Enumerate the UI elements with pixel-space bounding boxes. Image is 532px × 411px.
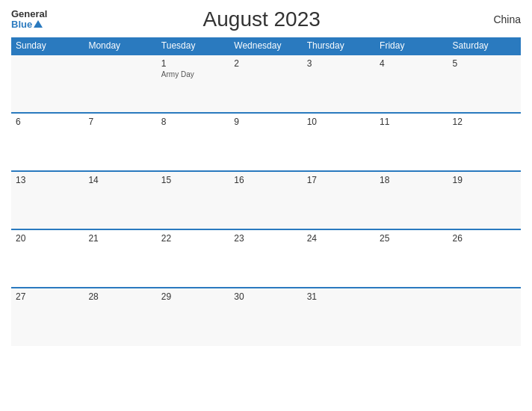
calendar-header: General Blue August 2023 China — [11, 7, 521, 31]
header-saturday: Saturday — [448, 37, 521, 55]
calendar-cell: 12 — [448, 113, 521, 171]
calendar-cell: 4 — [375, 55, 448, 113]
day-number: 12 — [453, 117, 516, 127]
day-number: 27 — [16, 291, 79, 302]
day-number: 14 — [88, 175, 152, 185]
week-row: 6789101112 — [11, 113, 521, 171]
calendar-cell — [375, 288, 448, 346]
header-thursday: Thursday — [303, 37, 375, 55]
calendar-cell: 26 — [448, 229, 521, 288]
calendar-cell: 22 — [157, 229, 229, 288]
day-number: 5 — [453, 58, 516, 69]
day-number: 2 — [234, 58, 297, 69]
calendar-cell: 17 — [303, 171, 375, 229]
day-number: 19 — [453, 175, 516, 185]
calendar-table: Sunday Monday Tuesday Wednesday Thursday… — [11, 37, 521, 346]
country-label: China — [476, 13, 521, 25]
week-row: 20212223242526 — [11, 229, 521, 288]
calendar-cell: 9 — [229, 113, 302, 171]
calendar-cell: 20 — [11, 229, 84, 288]
week-row: 1Army Day2345 — [11, 55, 521, 113]
calendar-cell: 30 — [229, 288, 302, 346]
calendar-cell: 5 — [448, 55, 521, 113]
day-number: 7 — [88, 117, 152, 127]
day-number: 1 — [161, 58, 225, 69]
day-number: 11 — [380, 117, 443, 127]
logo: General Blue — [11, 9, 47, 31]
calendar-cell: 10 — [303, 113, 375, 171]
day-number: 29 — [161, 291, 225, 302]
logo-blue-text: Blue — [11, 19, 32, 30]
day-number: 21 — [88, 233, 152, 244]
day-number: 30 — [234, 291, 297, 302]
calendar-title: August 2023 — [203, 7, 321, 31]
day-number: 3 — [307, 58, 371, 69]
calendar-cell — [84, 55, 156, 113]
day-number: 31 — [307, 291, 371, 302]
holiday-label: Army Day — [161, 70, 225, 78]
calendar-cell: 23 — [229, 229, 302, 288]
day-number: 16 — [234, 175, 297, 185]
day-number: 25 — [380, 233, 443, 244]
calendar-cell: 7 — [84, 113, 156, 171]
calendar-cell: 19 — [448, 171, 521, 229]
week-row: 13141516171819 — [11, 171, 521, 229]
day-number: 8 — [161, 117, 225, 127]
week-row: 2728293031 — [11, 288, 521, 346]
day-number: 18 — [380, 175, 443, 185]
header-friday: Friday — [375, 37, 448, 55]
calendar-cell: 29 — [157, 288, 229, 346]
day-number: 22 — [161, 233, 225, 244]
calendar-container: General Blue August 2023 China Sunday Mo… — [0, 0, 532, 411]
day-number: 23 — [234, 233, 297, 244]
calendar-cell: 11 — [375, 113, 448, 171]
header-sunday: Sunday — [11, 37, 84, 55]
day-number: 20 — [16, 233, 79, 244]
header-monday: Monday — [84, 37, 156, 55]
logo-general-text: General — [11, 9, 47, 19]
day-number: 24 — [307, 233, 371, 244]
header-tuesday: Tuesday — [157, 37, 229, 55]
day-number: 13 — [16, 175, 79, 185]
day-number: 10 — [307, 117, 371, 127]
day-header-row: Sunday Monday Tuesday Wednesday Thursday… — [11, 37, 521, 55]
calendar-cell: 3 — [303, 55, 375, 113]
calendar-cell: 27 — [11, 288, 84, 346]
day-number: 15 — [161, 175, 225, 185]
day-number: 28 — [88, 291, 152, 302]
day-number: 6 — [16, 117, 79, 127]
calendar-cell: 24 — [303, 229, 375, 288]
calendar-cell: 25 — [375, 229, 448, 288]
calendar-cell — [448, 288, 521, 346]
calendar-cell: 14 — [84, 171, 156, 229]
calendar-cell: 8 — [157, 113, 229, 171]
calendar-cell: 13 — [11, 171, 84, 229]
calendar-cell: 16 — [229, 171, 302, 229]
logo-triangle-icon — [34, 20, 43, 28]
calendar-cell: 18 — [375, 171, 448, 229]
calendar-cell: 28 — [84, 288, 156, 346]
calendar-cell: 2 — [229, 55, 302, 113]
day-number: 4 — [380, 58, 443, 69]
header-wednesday: Wednesday — [229, 37, 302, 55]
calendar-cell: 31 — [303, 288, 375, 346]
day-number: 9 — [234, 117, 297, 127]
calendar-cell — [11, 55, 84, 113]
calendar-cell: 6 — [11, 113, 84, 171]
calendar-cell: 15 — [157, 171, 229, 229]
day-number: 26 — [453, 233, 516, 244]
day-number: 17 — [307, 175, 371, 185]
calendar-cell: 1Army Day — [157, 55, 229, 113]
calendar-cell: 21 — [84, 229, 156, 288]
